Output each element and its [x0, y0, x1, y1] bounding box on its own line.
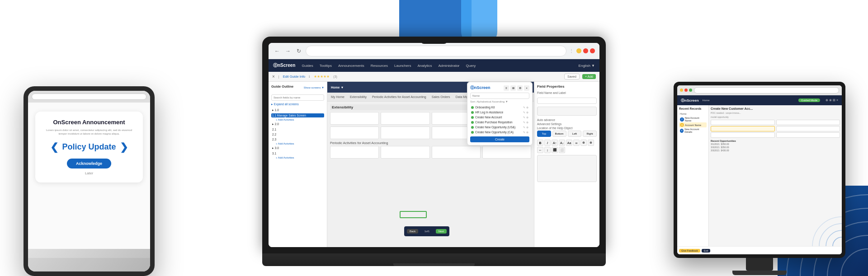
nav-announcements[interactable]: Announcements: [338, 64, 364, 68]
tooltip-back-btn[interactable]: Back: [407, 229, 418, 234]
edit-guide-info-link[interactable]: Edit Guide Info: [283, 75, 306, 79]
popup-grid-view-btn[interactable]: ⊞: [510, 85, 516, 91]
saved-button[interactable]: Saved: [564, 74, 580, 80]
monitor-window-controls: [680, 89, 692, 92]
popup-item-hr-login[interactable]: HR Log In Assistance ✎⊕: [470, 110, 529, 115]
location-right-btn[interactable]: Right: [583, 131, 597, 137]
bold-btn[interactable]: B: [537, 140, 543, 146]
home-tab[interactable]: Home ▼: [331, 86, 344, 89]
guide-step-2-1[interactable]: 2.1: [271, 127, 324, 131]
monitor-nav-home-item[interactable]: Home: [679, 112, 707, 116]
copy-icon-3[interactable]: ⊕: [526, 116, 528, 119]
nav-resources[interactable]: Resources: [371, 64, 388, 68]
copy-icon-5[interactable]: ⊕: [526, 126, 528, 129]
periodic-tab[interactable]: Periodic Activities for Asset Accounting: [372, 95, 426, 98]
add-activity-1[interactable]: + Add Activities: [276, 118, 324, 121]
nav-guides[interactable]: Guides: [302, 64, 313, 68]
main-area: Guide Outline Show screens ▼ ▸ Expand al…: [269, 82, 599, 247]
italic-btn[interactable]: I: [544, 140, 551, 146]
my-home-tab[interactable]: My Home: [331, 95, 344, 98]
insert-btn[interactable]: ⊕: [580, 140, 587, 146]
edit-icon-5[interactable]: ✎: [523, 126, 525, 129]
popup-search-input[interactable]: [470, 93, 529, 99]
edit-icon-6[interactable]: ✎: [523, 131, 525, 134]
opp-amount-1: $350.00: [721, 143, 729, 145]
tooltip-next-btn[interactable]: Next: [436, 229, 447, 234]
browser-forward-btn[interactable]: →: [284, 47, 292, 55]
location-top-btn[interactable]: Top: [537, 131, 551, 137]
guided-mode-toggle[interactable]: Guided Mode: [798, 98, 820, 102]
nav-query[interactable]: Query: [466, 64, 476, 68]
field-input-2[interactable]: [537, 107, 597, 116]
show-screens-btn[interactable]: Show screens ▼: [304, 86, 324, 89]
later-link[interactable]: Later: [42, 171, 136, 175]
nav-language[interactable]: English ▼: [579, 64, 595, 68]
acknowledge-button[interactable]: Acknowledge: [67, 159, 111, 168]
guide-step-1-1[interactable]: 1.1 Manage Sales Screen: [271, 113, 324, 117]
popup-list-view-btn[interactable]: ≡: [504, 85, 509, 91]
guide-step-2[interactable]: ▸ 2.0: [271, 122, 324, 126]
text-editor-area[interactable]: [537, 155, 597, 182]
popup-item-purchase-req[interactable]: Create Purchase Requisition ✎⊕: [470, 120, 529, 125]
copy-icon-6[interactable]: ⊕: [526, 131, 528, 134]
close-button[interactable]: ×: [272, 74, 275, 79]
height-btn[interactable]: ↕: [544, 147, 551, 153]
guide-search-input[interactable]: [271, 94, 324, 101]
edit-icon-4[interactable]: ✎: [523, 121, 525, 124]
guide-step-2-2[interactable]: 2.2: [271, 132, 324, 136]
add-button[interactable]: + Add: [582, 74, 596, 79]
font-btn[interactable]: Aa: [566, 140, 572, 146]
block-btn[interactable]: ⬛: [552, 147, 558, 153]
give-feedback-btn[interactable]: Give Feedback: [679, 249, 700, 253]
add-activity-2[interactable]: + Add Activities: [276, 142, 324, 145]
browser-address-bar[interactable]: [306, 46, 566, 56]
guide-step-1[interactable]: ▸ 1.0: [271, 108, 324, 112]
monitor-address-bar[interactable]: [694, 87, 839, 94]
nav-administrator[interactable]: Administrator: [438, 64, 459, 68]
edit-icon-2[interactable]: ✎: [523, 111, 525, 114]
guide-step-3[interactable]: ▸ 3.0: [271, 146, 324, 150]
guide-step-2-3[interactable]: 2.3: [271, 137, 324, 141]
popup-sort-label[interactable]: Sort: Alphabetical Ascending ▼: [470, 100, 529, 103]
font-size-up-btn[interactable]: A↑: [552, 140, 558, 146]
field-name-input[interactable]: [537, 98, 597, 104]
guide-panel-title: Guide Outline: [271, 84, 293, 89]
browser-back-btn[interactable]: ←: [273, 47, 281, 55]
popup-item-onboarding[interactable]: Onboarding Kit ✎⊕: [470, 105, 529, 110]
edit-icon-3[interactable]: ✎: [523, 116, 525, 119]
browser-menu-btn[interactable]: ⋮: [569, 48, 574, 53]
add-activity-3[interactable]: + Add Activities: [276, 156, 324, 159]
monitor-nav-home[interactable]: Home: [703, 99, 710, 102]
inline-btn[interactable]: ⬜: [559, 147, 565, 153]
link-btn[interactable]: ∞: [573, 140, 580, 146]
create-button[interactable]: Create: [470, 136, 529, 142]
popup-item-opp-us[interactable]: Create New Opportunity (US&) ✎⊕: [470, 125, 529, 130]
copy-icon-4[interactable]: ⊕: [526, 121, 528, 124]
edit-icon[interactable]: ✎: [523, 106, 525, 109]
crm-item-new-account[interactable]: 2 New Account Name: [679, 116, 707, 122]
guide-step-3-1[interactable]: 3.1: [271, 151, 324, 155]
location-left-btn[interactable]: Left: [568, 131, 582, 137]
remove-btn[interactable]: ⊗: [588, 140, 594, 146]
nav-analytics[interactable]: Analytics: [417, 64, 432, 68]
width-btn[interactable]: ↔: [537, 147, 543, 153]
app-logo: ⓪nScreen: [273, 62, 295, 69]
sales-orders-tab[interactable]: Sales Orders: [432, 95, 450, 98]
popup-close-btn[interactable]: ×: [524, 85, 529, 91]
copy-icon[interactable]: ⊕: [526, 106, 528, 109]
exit-btn[interactable]: Exit: [702, 249, 710, 253]
extensibility-tab[interactable]: Extensibility: [350, 95, 367, 98]
nav-launchers[interactable]: Launchers: [394, 64, 411, 68]
monitor-nav-icons[interactable]: ⊕ ⊗ ⊞ ×: [826, 98, 838, 102]
popup-item-create-account[interactable]: Create New Account ✎⊕: [470, 115, 529, 120]
popup-item-opp-ca[interactable]: Create New Opportunity (CA) ✎⊕: [470, 130, 529, 135]
font-size-down-btn[interactable]: A↓: [559, 140, 565, 146]
crm-item-new-account-details[interactable]: 4 New Account Details: [679, 127, 707, 134]
popup-settings-btn[interactable]: ⚙: [517, 85, 523, 91]
location-bottom-btn[interactable]: Bottom: [552, 131, 566, 137]
copy-icon-2[interactable]: ⊕: [526, 111, 528, 114]
crm-item-account-name-active[interactable]: 3 Account Name: [679, 122, 707, 127]
browser-refresh-btn[interactable]: ↻: [295, 47, 303, 55]
expand-all-btn[interactable]: ▸ Expand all screens: [271, 103, 324, 106]
nav-tooltips[interactable]: Tooltips: [320, 64, 332, 68]
